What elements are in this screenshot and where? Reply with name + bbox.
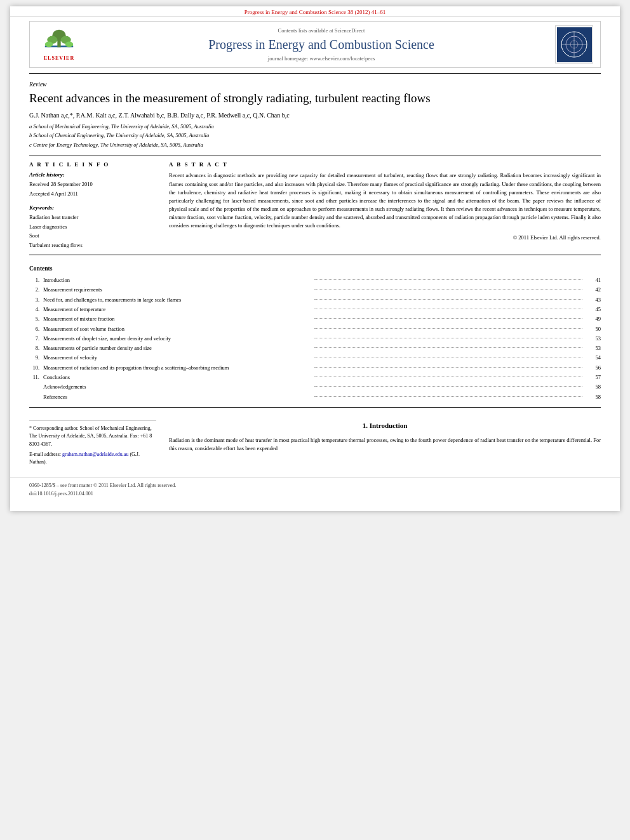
toc-dots	[314, 386, 583, 387]
contents-title: Contents	[29, 265, 601, 272]
issn-text: 0360-1285/$ – see front matter © 2011 El…	[29, 481, 601, 490]
keyword-4: Turbulent reacting flows	[29, 241, 156, 250]
elsevier-logo: ELSEVIER	[34, 25, 84, 63]
footnotes-col: * Corresponding author. School of Mechan…	[29, 420, 156, 467]
article-info-title: A R T I C L E I N F O	[29, 161, 156, 168]
toc-num: 5.	[29, 314, 43, 324]
article-type-label: Review	[29, 81, 601, 88]
toc-row: 3.Need for, and challenges to, measureme…	[29, 295, 601, 305]
toc-row: 5.Measurement of mixture fraction49	[29, 314, 601, 324]
affiliations: a School of Mechanical Engineering, The …	[29, 123, 601, 150]
toc-num: 3.	[29, 295, 43, 305]
toc-num: 4.	[29, 305, 43, 314]
toc-num: 8.	[29, 343, 43, 353]
toc-num: 7.	[29, 334, 43, 343]
toc-dots	[314, 357, 583, 357]
sciencedirect-prefix: Contents lists available at ScienceDirec…	[278, 27, 365, 34]
toc-page: 41	[585, 276, 601, 285]
toc-page: 53	[585, 334, 601, 343]
toc-dots	[314, 377, 583, 377]
toc-num: 10.	[29, 363, 43, 373]
contents-divider	[29, 407, 601, 408]
svg-point-6	[65, 41, 73, 47]
contents-section: Contents 1.Introduction412.Measurement r…	[29, 265, 601, 402]
toc-row: 1.Introduction41	[29, 276, 601, 285]
affiliation-a: a School of Mechanical Engineering, The …	[29, 123, 601, 131]
toc-title: Measurement of temperature	[43, 305, 312, 314]
sciencedirect-line: Contents lists available at ScienceDirec…	[97, 27, 546, 34]
journal-logo-box	[555, 25, 593, 63]
abstract-title: A B S T R A C T	[169, 161, 601, 168]
keyword-1: Radiation heat transfer	[29, 213, 156, 222]
bottom-section: * Corresponding author. School of Mechan…	[29, 420, 601, 467]
toc-title: Measurement of velocity	[43, 353, 312, 363]
page: Progress in Energy and Combustion Scienc…	[10, 6, 620, 511]
article-title: Recent advances in the measurement of st…	[29, 90, 601, 107]
svg-point-5	[45, 41, 53, 47]
keyword-2: Laser diagnostics	[29, 222, 156, 231]
article-info-abstract: A R T I C L E I N F O Article history: R…	[29, 161, 601, 250]
bottom-bar: 0360-1285/$ – see front matter © 2011 El…	[10, 477, 620, 498]
toc-page: 54	[585, 353, 601, 363]
journal-logo-right	[552, 25, 596, 63]
article-info-col: A R T I C L E I N F O Article history: R…	[29, 161, 156, 250]
toc-dots	[314, 289, 583, 290]
header-divider	[29, 73, 601, 74]
journal-header-center: Contents lists available at ScienceDirec…	[91, 27, 552, 62]
journal-citation-text: Progress in Energy and Combustion Scienc…	[245, 9, 385, 15]
toc-dots	[314, 279, 583, 280]
keywords-list: Radiation heat transfer Laser diagnostic…	[29, 213, 156, 250]
toc-num: 2.	[29, 285, 43, 295]
authors-text: G.J. Nathan a,c,*, P.A.M. Kalt a,c, Z.T.…	[29, 112, 290, 119]
toc-page: 45	[585, 305, 601, 314]
article-body: Review Recent advances in the measuremen…	[10, 73, 620, 467]
toc-num: 1.	[29, 276, 43, 285]
toc-num: 6.	[29, 324, 43, 334]
affiliation-c: c Centre for Energy Technology, The Univ…	[29, 141, 601, 150]
authors-line: G.J. Nathan a,c,*, P.A.M. Kalt a,c, Z.T.…	[29, 112, 601, 119]
toc-page: 58	[585, 392, 601, 402]
toc-title: Introduction	[43, 276, 312, 285]
toc-title: Conclusions	[43, 373, 312, 382]
toc-dots	[314, 299, 583, 300]
toc-title: Measurement of radiation and its propaga…	[43, 363, 312, 373]
toc-title: Measurements of droplet size, number den…	[43, 334, 312, 343]
journal-homepage: journal homepage: www.elsevier.com/locat…	[97, 55, 546, 62]
accepted-text: Accepted 4 April 2011	[29, 189, 156, 198]
toc-title: References	[43, 392, 312, 402]
journal-title-header: Progress in Energy and Combustion Scienc…	[97, 36, 546, 53]
elsevier-label: ELSEVIER	[44, 55, 74, 61]
toc-row: References58	[29, 392, 601, 402]
toc-page: 50	[585, 324, 601, 334]
toc-row: 11.Conclusions57	[29, 373, 601, 382]
intro-text: Radiation is the dominant mode of heat t…	[169, 436, 601, 453]
intro-col: 1. Introduction Radiation is the dominan…	[169, 420, 601, 453]
toc-row: 6.Measurement of soot volume fraction50	[29, 324, 601, 334]
toc-dots	[314, 309, 583, 309]
affiliation-b: b School of Chemical Engineering, The Un…	[29, 131, 601, 140]
toc-dots	[314, 396, 583, 397]
toc-page: 58	[585, 382, 601, 392]
toc-dots	[314, 347, 583, 348]
journal-header: ELSEVIER Contents lists available at Sci…	[29, 21, 601, 68]
toc-title: Measurement requirements	[43, 285, 312, 295]
toc-page: 53	[585, 343, 601, 353]
elsevier-tree-icon	[40, 29, 78, 54]
toc-row: 4.Measurement of temperature45	[29, 305, 601, 314]
toc-page: 56	[585, 363, 601, 373]
email-line: E-mail address: graham.nathan@adelaide.e…	[29, 451, 156, 467]
abstract-col: A B S T R A C T Recent advances in diagn…	[169, 161, 601, 250]
abstract-text: Recent advances in diagnostic methods ar…	[169, 171, 601, 230]
abstract-divider	[29, 255, 601, 255]
toc-dots	[314, 367, 583, 368]
authors-divider	[29, 156, 601, 156]
toc-row: 10.Measurement of radiation and its prop…	[29, 363, 601, 373]
email-address: graham.nathan@adelaide.edu.au	[62, 451, 128, 457]
toc-title: Need for, and challenges to, measurement…	[43, 295, 312, 305]
copyright-line: © 2011 Elsevier Ltd. All rights reserved…	[169, 234, 601, 241]
toc-title: Measurement of soot volume fraction	[43, 324, 312, 334]
toc-num: 11.	[29, 373, 43, 382]
keywords-title: Keywords:	[29, 204, 156, 211]
received-text: Received 28 September 2010	[29, 180, 156, 189]
toc-row: 7.Measurements of droplet size, number d…	[29, 334, 601, 343]
